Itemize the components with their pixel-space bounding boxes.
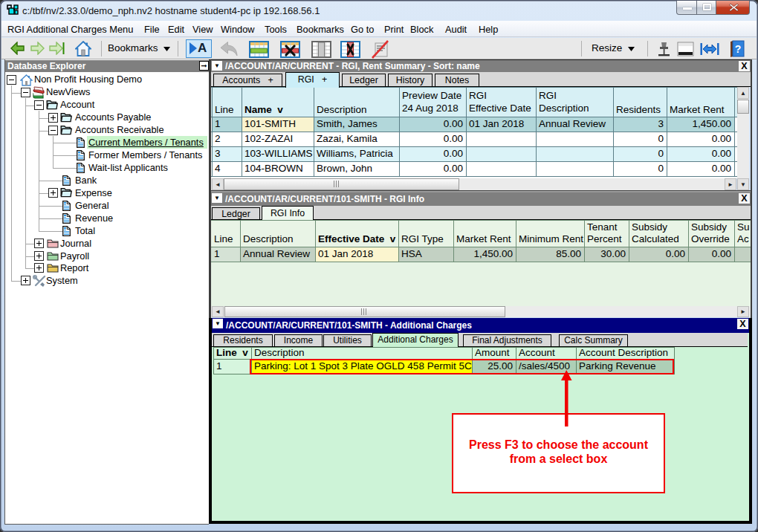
svg-text:?: ?: [735, 43, 742, 55]
